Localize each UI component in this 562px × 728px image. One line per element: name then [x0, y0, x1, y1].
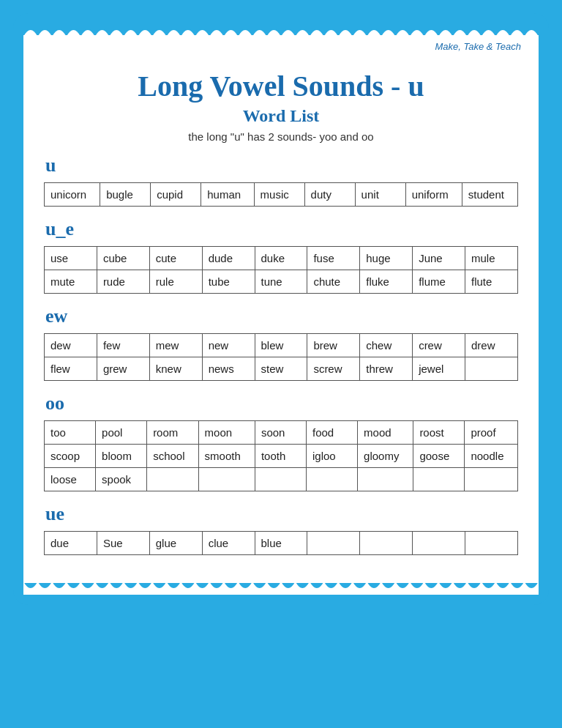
table-cell: student: [462, 183, 517, 207]
table-cell: school: [147, 445, 198, 468]
table-cell: [465, 468, 518, 491]
table-cell: new: [202, 334, 255, 357]
table-cell: rule: [149, 270, 202, 294]
table-cell: scoop: [45, 445, 96, 468]
table-cell: human: [201, 183, 254, 207]
table-cell: huge: [360, 247, 413, 270]
table-cell: use: [45, 247, 97, 270]
table-cell: Sue: [97, 532, 149, 555]
section-oo: ootoopoolroommoonsoonfoodmoodroostproofs…: [44, 393, 518, 491]
section-ue: uedueSueglueclueblue: [44, 503, 518, 555]
table-cell: mew: [149, 334, 202, 357]
table-cell: drew: [465, 334, 518, 357]
table-cell: [465, 357, 518, 381]
table-cell: [255, 468, 306, 491]
table-cell: smooth: [198, 445, 255, 468]
table-cell: chew: [360, 334, 413, 357]
word-table-oo: toopoolroommoonsoonfoodmoodroostproofsco…: [44, 420, 518, 491]
section-ew: ewdewfewmewnewblewbrewchewcrewdrewflewgr…: [44, 305, 518, 381]
table-cell: duke: [255, 247, 307, 270]
table-cell: too: [45, 421, 96, 445]
table-cell: dude: [202, 247, 255, 270]
table-cell: blue: [255, 532, 307, 555]
section-u_e: u_eusecubecutedudedukefusehugeJunemulemu…: [44, 218, 518, 294]
table-row: usecubecutedudedukefusehugeJunemule: [45, 247, 518, 270]
table-cell: glue: [149, 532, 202, 555]
table-cell: stew: [255, 357, 307, 381]
table-cell: crew: [413, 334, 465, 357]
section-label-u_e: u_e: [44, 218, 518, 240]
table-cell: fluke: [360, 270, 413, 294]
table-cell: [360, 532, 413, 555]
table-cell: mood: [358, 421, 413, 445]
table-cell: bloom: [96, 445, 147, 468]
brand-text: Make, Take & Teach: [435, 41, 521, 52]
table-cell: roost: [413, 421, 465, 445]
table-cell: cupid: [151, 183, 201, 207]
page-title: Long Vowel Sounds - u: [44, 69, 518, 103]
table-cell: [413, 468, 465, 491]
table-cell: mute: [45, 270, 97, 294]
table-cell: tube: [202, 270, 255, 294]
table-row: scoopbloomschoolsmoothtoothigloogloomygo…: [45, 445, 518, 468]
table-cell: screw: [307, 357, 360, 381]
table-cell: [198, 468, 255, 491]
table-cell: [413, 532, 465, 555]
table-cell: food: [306, 421, 357, 445]
table-row: unicornbuglecupidhumanmusicdutyunitunifo…: [45, 183, 518, 207]
table-cell: unit: [355, 183, 405, 207]
word-table-ew: dewfewmewnewblewbrewchewcrewdrewflewgrew…: [44, 333, 518, 381]
table-cell: moon: [198, 421, 255, 445]
table-cell: uniform: [405, 183, 462, 207]
table-cell: soon: [255, 421, 306, 445]
table-cell: flew: [45, 357, 97, 381]
table-cell: blew: [255, 334, 307, 357]
table-cell: tooth: [255, 445, 306, 468]
table-cell: due: [45, 532, 97, 555]
table-cell: goose: [413, 445, 465, 468]
table-cell: threw: [360, 357, 413, 381]
table-cell: room: [147, 421, 198, 445]
table-cell: mule: [465, 247, 518, 270]
table-cell: bugle: [100, 183, 151, 207]
section-label-ue: ue: [44, 503, 518, 525]
table-cell: chute: [307, 270, 360, 294]
word-table-u: unicornbuglecupidhumanmusicdutyunitunifo…: [44, 182, 518, 207]
table-cell: noodle: [465, 445, 518, 468]
word-table-ue: dueSueglueclueblue: [44, 531, 518, 555]
table-cell: cube: [97, 247, 149, 270]
outer-border: Make, Take & Teach Long Vowel Sounds - u…: [13, 13, 549, 605]
scallop-bottom: [23, 582, 539, 595]
subtitle-text: the long "u" has 2 sounds- yoo and oo: [44, 130, 518, 143]
table-cell: dew: [45, 334, 97, 357]
table-cell: brew: [307, 334, 360, 357]
section-label-oo: oo: [44, 393, 518, 415]
table-cell: proof: [465, 421, 518, 445]
table-cell: [358, 468, 413, 491]
table-cell: clue: [202, 532, 255, 555]
table-cell: flute: [465, 270, 518, 294]
table-cell: knew: [149, 357, 202, 381]
word-table-u_e: usecubecutedudedukefusehugeJunemulemuter…: [44, 246, 518, 294]
table-cell: unicorn: [45, 183, 100, 207]
table-row: muteruderuletubetunechuteflukeflumeflute: [45, 270, 518, 294]
table-cell: igloo: [306, 445, 357, 468]
sections-container: uunicornbuglecupidhumanmusicdutyunitunif…: [44, 155, 518, 555]
section-label-ew: ew: [44, 305, 518, 327]
table-cell: loose: [45, 468, 96, 491]
table-cell: pool: [96, 421, 147, 445]
table-cell: flume: [413, 270, 465, 294]
section-u: uunicornbuglecupidhumanmusicdutyunitunif…: [44, 155, 518, 207]
table-cell: grew: [97, 357, 149, 381]
content-box: Make, Take & Teach Long Vowel Sounds - u…: [23, 35, 539, 583]
table-cell: June: [413, 247, 465, 270]
table-row: toopoolroommoonsoonfoodmoodroostproof: [45, 421, 518, 445]
table-row: dueSueglueclueblue: [45, 532, 518, 555]
table-cell: spook: [96, 468, 147, 491]
table-cell: [465, 532, 518, 555]
table-cell: tune: [255, 270, 307, 294]
wordlist-title: Word List: [44, 106, 518, 126]
table-row: dewfewmewnewblewbrewchewcrewdrew: [45, 334, 518, 357]
table-cell: rude: [97, 270, 149, 294]
table-row: loosespook: [45, 468, 518, 491]
